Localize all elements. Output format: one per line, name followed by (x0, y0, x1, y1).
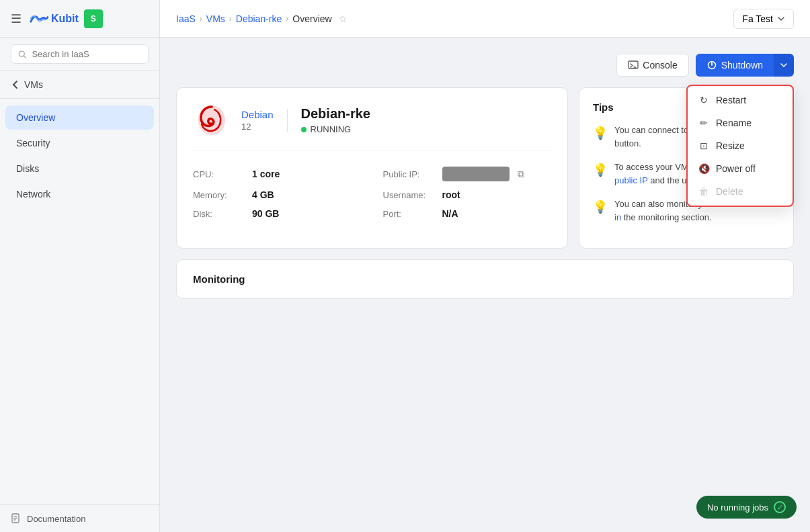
console-button[interactable]: Console (616, 54, 688, 77)
shutdown-label: Shutdown (721, 60, 763, 71)
dropdown-restart[interactable]: ↻ Restart (688, 89, 793, 112)
username-label: Username: (383, 190, 437, 200)
sidebar-item-label-disks: Disks (16, 163, 39, 174)
breadcrumb-sep3: › (286, 14, 288, 24)
tip-link-monitor[interactable]: in (614, 212, 621, 222)
tip-bulb-3: 💡 (593, 198, 608, 224)
monitoring-title: Monitoring (193, 273, 777, 285)
tip-bulb-1: 💡 (593, 124, 608, 150)
workspace-label: Fa Test (742, 13, 773, 24)
page-content: Console Shutdown (160, 38, 810, 532)
resize-label: Resize (716, 140, 745, 151)
dropdown-delete: 🗑 Delete (688, 180, 793, 203)
svg-line-1 (24, 56, 26, 58)
tip-link-ip[interactable]: public IP (614, 175, 648, 185)
shutdown-group: Shutdown ↻ Restart ✏ Rename (696, 54, 794, 77)
sidebar-footer: Documentation (0, 504, 159, 532)
port-value: N/A (442, 208, 458, 219)
sidebar-item-security[interactable]: Security (5, 131, 154, 155)
disk-row: Disk: 90 GB (193, 208, 362, 219)
breadcrumb-iaas[interactable]: IaaS (176, 13, 196, 24)
rename-icon: ✏ (698, 118, 709, 128)
search-box (0, 38, 159, 71)
workspace-selector[interactable]: Fa Test (733, 9, 794, 29)
dropdown-menu: ↻ Restart ✏ Rename ⊡ Resize 🔇 Power off (686, 85, 794, 207)
vm-status: RUNNING (301, 124, 370, 134)
vm-card: Debian 12 Debian-rke RUNNING CPU: (176, 87, 568, 249)
poweroff-icon: 🔇 (698, 163, 709, 174)
debian-logo (193, 101, 231, 139)
svg-rect-6 (629, 61, 638, 69)
vm-details: CPU: 1 core Public IP: ⧉ Memory: 4 GB Us… (193, 167, 551, 219)
breadcrumb-sep1: › (200, 14, 202, 24)
vm-status-label: RUNNING (311, 124, 352, 134)
topbar: IaaS › VMs › Debian-rke › Overview ☆ Fa … (160, 0, 810, 38)
cpu-label: CPU: (193, 169, 247, 179)
sidebar-item-overview[interactable]: Overview (5, 105, 154, 130)
shutdown-dropdown-button[interactable] (774, 54, 794, 77)
hamburger-icon[interactable]: ☰ (11, 11, 22, 26)
shutdown-chevron-icon (780, 62, 787, 69)
doc-label: Documentation (27, 514, 85, 524)
back-nav[interactable]: VMs (0, 71, 159, 99)
chevron-down-icon (777, 15, 785, 23)
memory-label: Memory: (193, 190, 247, 200)
shutdown-button[interactable]: Shutdown (696, 54, 774, 77)
breadcrumb: IaaS › VMs › Debian-rke › Overview ☆ (176, 13, 348, 24)
breadcrumb-overview: Overview (292, 13, 331, 24)
console-icon (628, 60, 639, 71)
resize-icon: ⊡ (698, 140, 709, 151)
poweroff-label: Power off (716, 163, 756, 174)
restart-icon: ↻ (698, 95, 709, 105)
dropdown-resize[interactable]: ⊡ Resize (688, 134, 793, 157)
copy-icon[interactable]: ⧉ (518, 169, 524, 180)
port-label: Port: (383, 209, 437, 219)
s-logo: S (84, 9, 103, 28)
delete-label: Delete (716, 186, 743, 197)
back-nav-label: VMs (24, 79, 43, 90)
memory-row: Memory: 4 GB (193, 189, 362, 200)
rename-label: Rename (716, 118, 752, 128)
search-wrapper[interactable] (11, 44, 149, 64)
sidebar-item-label-security: Security (16, 138, 50, 148)
sidebar: ☰ Kubit S VMs (0, 0, 160, 532)
kubit-logo: Kubit (30, 11, 79, 26)
monitoring-card: Monitoring (176, 259, 794, 299)
cpu-row: CPU: 1 core (193, 167, 362, 181)
username-value: root (442, 189, 460, 200)
status-dot (301, 127, 307, 132)
badge-label: No running jobs (707, 502, 768, 513)
sidebar-item-disks[interactable]: Disks (5, 157, 154, 181)
sidebar-item-network[interactable]: Network (5, 182, 154, 206)
vm-os-name: Debian (241, 109, 274, 120)
nav-items: Overview Security Disks Network (0, 99, 159, 504)
kubit-logo-svg (30, 11, 48, 26)
ip-blur-value (442, 167, 510, 181)
sidebar-header: ☰ Kubit S (0, 0, 159, 38)
kubit-text: Kubit (51, 13, 79, 25)
main-content: IaaS › VMs › Debian-rke › Overview ☆ Fa … (160, 0, 810, 532)
breadcrumb-debian[interactable]: Debian-rke (236, 13, 282, 24)
dropdown-rename[interactable]: ✏ Rename (688, 112, 793, 134)
power-icon (706, 60, 717, 71)
vm-os-version: 12 (241, 122, 274, 132)
disk-value: 90 GB (252, 208, 279, 219)
search-icon (18, 50, 26, 59)
vm-os-info: Debian 12 (241, 109, 288, 132)
breadcrumb-sep2: › (229, 14, 232, 24)
dropdown-poweroff[interactable]: 🔇 Power off (688, 157, 793, 180)
port-row: Port: N/A (383, 208, 552, 219)
username-row: Username: root (383, 189, 552, 200)
check-circle-icon: ✓ (774, 501, 786, 513)
no-running-jobs-badge[interactable]: No running jobs ✓ (696, 496, 797, 519)
disk-label: Disk: (193, 209, 247, 219)
sidebar-item-label-network: Network (16, 189, 50, 200)
vm-identity: Debian-rke RUNNING (301, 106, 370, 134)
sidebar-item-label-overview: Overview (16, 112, 55, 123)
documentation-link[interactable]: Documentation (11, 513, 149, 524)
search-input[interactable] (32, 49, 141, 59)
public-ip-row: Public IP: ⧉ (383, 167, 552, 181)
favorite-star-icon[interactable]: ☆ (339, 13, 348, 24)
breadcrumb-vms[interactable]: VMs (206, 13, 225, 24)
console-label: Console (643, 60, 677, 71)
